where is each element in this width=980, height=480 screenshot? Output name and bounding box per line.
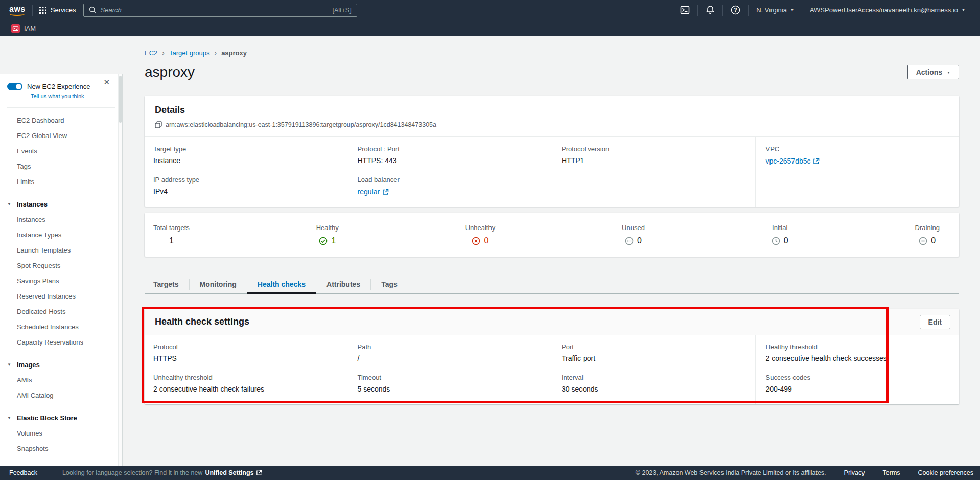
breadcrumb-current: asproxy: [221, 49, 247, 57]
services-menu-button[interactable]: Services: [39, 6, 76, 14]
sidebar-item-instance-types[interactable]: Instance Types: [0, 227, 122, 243]
main-area: New EC2 Experience Tell us what you thin…: [0, 36, 980, 466]
top-navigation: aws Services Search [Alt+S] ? N. Virgini…: [0, 0, 980, 20]
unified-settings-label: Unified Settings: [205, 469, 253, 476]
divider: [32, 5, 33, 16]
divider: [7, 107, 115, 108]
stat-value: 0: [484, 236, 488, 245]
cookie-preferences-link[interactable]: Cookie preferences: [918, 469, 973, 476]
tab-tags[interactable]: Tags: [371, 275, 408, 293]
hc-protocol-value: HTTPS: [153, 354, 341, 362]
sidebar-item-events[interactable]: Events: [0, 144, 122, 159]
tab-health-checks[interactable]: Health checks: [247, 275, 316, 293]
feedback-link[interactable]: Tell us what you think: [31, 93, 115, 99]
new-experience-toggle[interactable]: [7, 83, 22, 90]
field-label: Protocol : Port: [358, 145, 545, 153]
topnav-right: ? N. Virginia ▼ AWSPowerUserAccess/navan…: [673, 5, 972, 16]
search-icon: [89, 6, 97, 14]
sidebar: New EC2 Experience Tell us what you thin…: [0, 36, 123, 466]
aws-logo-text: aws: [9, 5, 26, 13]
details-card: Details arn:aws:elasticloadbalancing:us-…: [145, 96, 959, 207]
vpc-link[interactable]: vpc-2657db5c: [766, 157, 820, 165]
chevron-down-icon: ▼: [7, 410, 11, 426]
sidebar-item-volumes[interactable]: Volumes: [0, 426, 122, 441]
help-button[interactable]: ?: [724, 5, 747, 15]
account-label: AWSPowerUserAccess/navaneeth.kn@harness.…: [810, 6, 958, 14]
feedback-button[interactable]: Feedback: [9, 469, 37, 476]
breadcrumb: EC2 › Target groups › asproxy: [145, 36, 959, 57]
chevron-down-icon: ▼: [7, 357, 11, 373]
sidebar-item-launch-templates[interactable]: Launch Templates: [0, 243, 122, 258]
sidebar-item-tags[interactable]: Tags: [0, 159, 122, 174]
tab-targets[interactable]: Targets: [145, 275, 189, 293]
section-label: Instances: [17, 200, 48, 208]
close-icon[interactable]: ✕: [103, 78, 110, 87]
cloudshell-button[interactable]: [673, 5, 696, 15]
chevron-down-icon: ▼: [7, 197, 11, 212]
sidebar-item-ec2-global-view[interactable]: EC2 Global View: [0, 128, 122, 144]
stat-initial: Initial 0: [772, 224, 788, 245]
external-link-icon: [382, 189, 389, 195]
tab-attributes[interactable]: Attributes: [316, 275, 370, 293]
edit-button[interactable]: Edit: [920, 315, 950, 329]
sidebar-item-capacity-reservations[interactable]: Capacity Reservations: [0, 335, 122, 350]
sidebar-scrollbar[interactable]: [118, 74, 122, 466]
breadcrumb-ec2[interactable]: EC2: [145, 49, 157, 57]
notifications-bell-button[interactable]: [699, 5, 721, 15]
external-link-icon: [813, 158, 820, 165]
initial-clock-icon: [772, 237, 780, 245]
stat-value: 0: [637, 236, 642, 245]
unused-ellipsis-icon: [625, 237, 634, 245]
sidebar-item-ec2-dashboard[interactable]: EC2 Dashboard: [0, 113, 122, 128]
stat-value: 0: [931, 236, 936, 245]
field-label: Timeout: [358, 374, 545, 381]
stat-label: Total targets: [153, 224, 190, 232]
sidebar-item-amis[interactable]: AMIs: [0, 373, 122, 388]
unified-settings-link[interactable]: Unified Settings: [205, 469, 262, 476]
copy-icon[interactable]: [155, 121, 162, 128]
sidebar-item-snapshots[interactable]: Snapshots: [0, 441, 122, 456]
unhealthy-x-icon: [472, 237, 480, 245]
draining-minus-icon: [919, 237, 927, 245]
account-menu[interactable]: AWSPowerUserAccess/navaneeth.kn@harness.…: [803, 6, 972, 14]
terms-link[interactable]: Terms: [883, 469, 900, 476]
sidebar-item-ami-catalog[interactable]: AMI Catalog: [0, 388, 122, 403]
sidebar-item-scheduled-instances[interactable]: Scheduled Instances: [0, 319, 122, 335]
aws-logo[interactable]: aws: [9, 5, 26, 16]
sidebar-item-dedicated-hosts[interactable]: Dedicated Hosts: [0, 304, 122, 319]
sidebar-section-elastic-block-store[interactable]: ▼ Elastic Block Store: [0, 410, 122, 426]
chevron-down-icon: ▼: [962, 8, 965, 12]
sidebar-item-instances[interactable]: Instances: [0, 212, 122, 227]
hc-healthy-threshold-value: 2 consecutive health check successes: [766, 354, 953, 362]
stat-value: 1: [169, 236, 174, 245]
field-label: IP address type: [153, 176, 341, 184]
healthy-check-icon: [319, 237, 328, 245]
health-check-settings-card: Health check settings Edit Protocol HTTP…: [145, 309, 959, 404]
new-experience-label: New EC2 Experience: [27, 83, 90, 90]
language-notice: Looking for language selection? Find it …: [62, 469, 262, 476]
sidebar-panel: New EC2 Experience Tell us what you thin…: [0, 74, 123, 466]
scrollbar-thumb[interactable]: [119, 76, 122, 123]
actions-button[interactable]: Actions ▼: [907, 65, 959, 79]
sidebar-item-reserved-instances[interactable]: Reserved Instances: [0, 289, 122, 304]
privacy-link[interactable]: Privacy: [844, 469, 865, 476]
breadcrumb-target-groups[interactable]: Target groups: [169, 49, 210, 57]
health-check-header: Health check settings Edit: [145, 309, 959, 335]
sidebar-item-limits[interactable]: Limits: [0, 174, 122, 190]
region-selector[interactable]: N. Virginia ▼: [750, 6, 801, 14]
stat-label: Healthy: [316, 224, 339, 232]
load-balancer-link[interactable]: regular: [358, 188, 389, 196]
search-input[interactable]: Search [Alt+S]: [83, 4, 357, 17]
stat-label: Unused: [622, 224, 645, 232]
target-type-value: Instance: [153, 156, 341, 165]
tab-monitoring[interactable]: Monitoring: [190, 275, 247, 293]
sidebar-section-images[interactable]: ▼ Images: [0, 357, 122, 373]
chevron-right-icon: ›: [214, 49, 217, 57]
sidebar-section-instances[interactable]: ▼ Instances: [0, 197, 122, 212]
hc-interval-value: 30 seconds: [562, 385, 749, 393]
page-header: asproxy Actions ▼: [145, 64, 959, 80]
sidebar-item-savings-plans[interactable]: Savings Plans: [0, 273, 122, 289]
stat-draining: Draining 0: [915, 224, 940, 245]
sidebar-item-spot-requests[interactable]: Spot Requests: [0, 258, 122, 273]
favorite-iam-link[interactable]: IAM: [11, 24, 36, 33]
